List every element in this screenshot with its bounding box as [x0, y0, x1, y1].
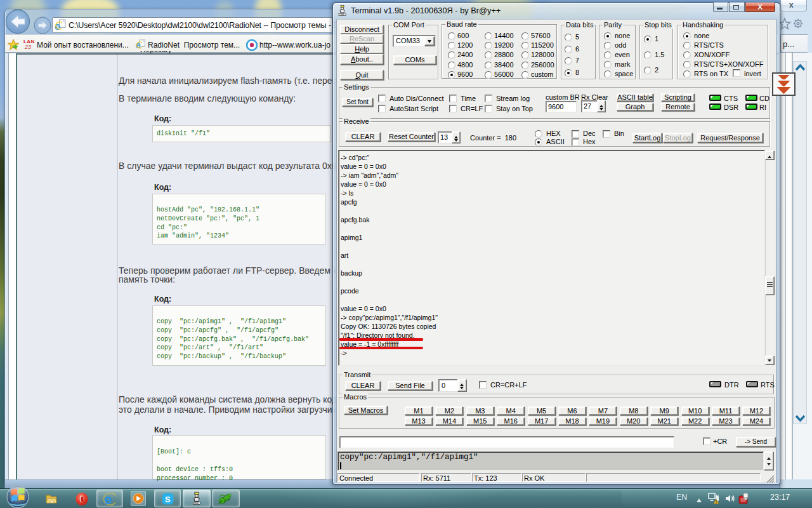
svg-text:TSW: TSW — [193, 502, 199, 505]
svg-text:TSW: TSW — [339, 13, 344, 16]
svg-text:S: S — [165, 495, 171, 504]
svg-text:e: e — [105, 492, 112, 506]
